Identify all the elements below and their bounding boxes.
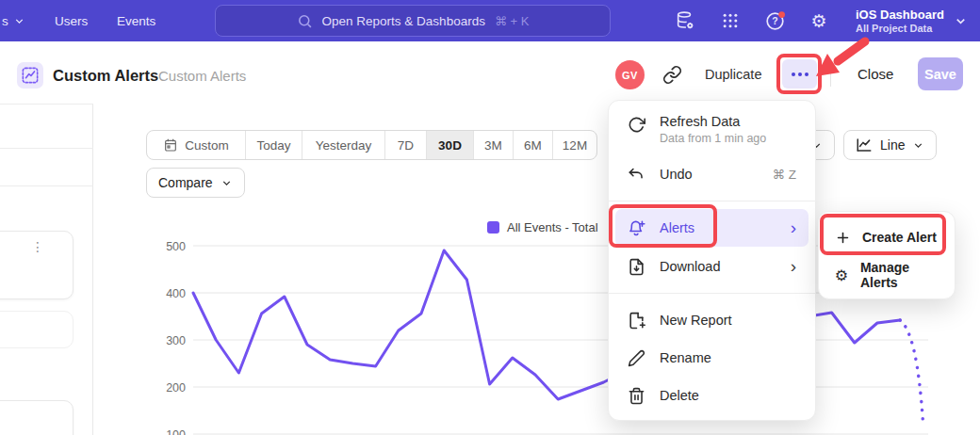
submenu-item-label: Create Alert xyxy=(862,230,937,245)
legend-label: All Events - Total xyxy=(507,220,598,234)
pencil-icon xyxy=(628,349,645,367)
chevron-down-icon xyxy=(912,139,924,152)
metric-card[interactable]: ⋮ xyxy=(0,231,74,299)
nav-item-users[interactable]: Users xyxy=(55,0,88,41)
gear-icon: ⚙ xyxy=(834,266,849,283)
submenu-item-label: Manage Alerts xyxy=(860,260,939,290)
calendar-icon xyxy=(163,137,178,153)
nav-item-label: Users xyxy=(55,14,88,28)
menu-item-label: Download xyxy=(660,259,721,274)
menu-item-undo[interactable]: Undo ⌘ Z xyxy=(615,155,808,193)
chart-legend[interactable]: All Events - Total xyxy=(487,220,598,234)
menu-item-delete[interactable]: Delete xyxy=(615,377,808,414)
submenu-item-create-alert[interactable]: Create Alert xyxy=(825,219,948,255)
nav-item-label: s xyxy=(2,14,8,28)
search-placeholder: Open Reports & Dashboards xyxy=(322,14,485,28)
add-metric-card[interactable] xyxy=(0,311,74,348)
project-name: iOS Dashboard xyxy=(856,8,944,23)
range-6m[interactable]: 6M xyxy=(513,131,552,159)
menu-item-label: Refresh Data xyxy=(660,114,766,129)
chevron-down-icon xyxy=(220,177,233,189)
insights-report-icon xyxy=(17,62,43,89)
nav-item-label: Events xyxy=(117,14,155,28)
filter-card[interactable] xyxy=(0,400,74,435)
range-3m[interactable]: 3M xyxy=(473,131,513,159)
page-title: Custom Alerts xyxy=(53,67,158,85)
range-today[interactable]: Today xyxy=(245,131,302,159)
chevron-down-icon xyxy=(954,14,968,28)
menu-item-rename[interactable]: Rename xyxy=(615,339,808,377)
refresh-icon xyxy=(628,116,645,134)
chart-type-selector[interactable]: Line xyxy=(843,130,937,160)
panel-divider xyxy=(0,148,93,149)
svg-text:400: 400 xyxy=(166,287,186,300)
top-nav-bar: s Users Events Open Reports & Dashboards… xyxy=(0,0,980,41)
range-custom[interactable]: Custom xyxy=(147,131,245,159)
range-label: 12M xyxy=(563,138,587,153)
menu-item-label: Rename xyxy=(660,350,711,365)
help-icon[interactable]: ? xyxy=(763,0,788,41)
range-label: Today xyxy=(256,138,290,153)
nav-item-events[interactable]: Events xyxy=(117,0,155,41)
menu-item-shortcut: ⌘ Z xyxy=(773,167,797,182)
submenu-item-manage-alerts[interactable]: ⚙ Manage Alerts xyxy=(825,257,948,293)
more-options-button[interactable] xyxy=(782,59,817,89)
submenu-chevron-icon: › xyxy=(791,221,796,234)
data-management-icon[interactable] xyxy=(673,0,697,41)
search-shortcut: ⌘ + K xyxy=(495,14,530,28)
download-icon xyxy=(628,258,645,276)
menu-item-download[interactable]: Download › xyxy=(615,248,808,285)
range-label: 7D xyxy=(398,138,414,153)
svg-text:200: 200 xyxy=(166,381,186,395)
date-range-control: Custom Today Yesterday 7D 30D 3M 6M 12M xyxy=(146,130,597,160)
kebab-menu-icon[interactable]: ⋮ xyxy=(31,241,44,253)
submenu-chevron-icon: › xyxy=(791,260,796,273)
panel-divider xyxy=(0,104,93,105)
avatar[interactable]: GV xyxy=(615,60,645,89)
nav-item-truncated[interactable]: s xyxy=(2,0,25,41)
line-chart-icon xyxy=(856,137,873,153)
alerts-submenu: Create Alert ⚙ Manage Alerts xyxy=(818,211,956,299)
svg-text:500: 500 xyxy=(166,240,186,253)
svg-text:100: 100 xyxy=(166,428,186,435)
panel-divider xyxy=(0,185,93,186)
bell-plus-icon xyxy=(628,219,645,237)
range-label: Custom xyxy=(185,138,229,153)
range-12m[interactable]: 12M xyxy=(552,131,596,159)
range-label: 6M xyxy=(524,138,542,153)
apps-grid-icon[interactable] xyxy=(718,0,743,41)
query-builder-panel: ⋮ xyxy=(0,104,93,435)
menu-item-new-report[interactable]: New Report xyxy=(615,301,808,339)
duplicate-button[interactable]: Duplicate xyxy=(705,67,761,82)
notification-dot xyxy=(778,11,785,18)
legend-swatch xyxy=(487,221,499,234)
menu-item-sublabel: Data from 1 min ago xyxy=(660,132,766,145)
range-7d[interactable]: 7D xyxy=(384,131,426,159)
close-button[interactable]: Close xyxy=(858,66,893,82)
menu-item-label: New Report xyxy=(660,313,732,328)
range-label: Yesterday xyxy=(316,138,372,153)
header-divider xyxy=(830,62,831,87)
share-link-icon[interactable] xyxy=(662,65,682,85)
menu-item-alerts[interactable]: Alerts › xyxy=(615,209,808,247)
search-input[interactable]: Open Reports & Dashboards ⌘ + K xyxy=(215,5,611,37)
settings-gear-icon[interactable]: ⚙ xyxy=(807,0,831,41)
project-selector[interactable]: iOS Dashboard All Project Data xyxy=(856,4,968,38)
search-icon xyxy=(297,13,313,29)
compare-label: Compare xyxy=(158,175,213,190)
chart-type-label: Line xyxy=(880,137,905,153)
compare-button[interactable]: Compare xyxy=(146,168,245,198)
menu-divider xyxy=(609,293,815,294)
trash-icon xyxy=(628,387,645,405)
menu-item-label: Alerts xyxy=(660,220,694,235)
range-label: 3M xyxy=(484,138,502,153)
menu-item-refresh-data[interactable]: Refresh Data Data from 1 min ago xyxy=(615,106,808,152)
chevron-down-icon xyxy=(13,15,25,27)
range-yesterday[interactable]: Yesterday xyxy=(302,131,384,159)
save-button[interactable]: Save xyxy=(918,57,963,90)
new-report-icon xyxy=(628,312,645,330)
menu-item-label: Undo xyxy=(660,167,693,182)
project-scope: All Project Data xyxy=(856,23,944,35)
range-30d-selected[interactable]: 30D xyxy=(426,131,473,159)
plus-icon xyxy=(834,229,851,246)
